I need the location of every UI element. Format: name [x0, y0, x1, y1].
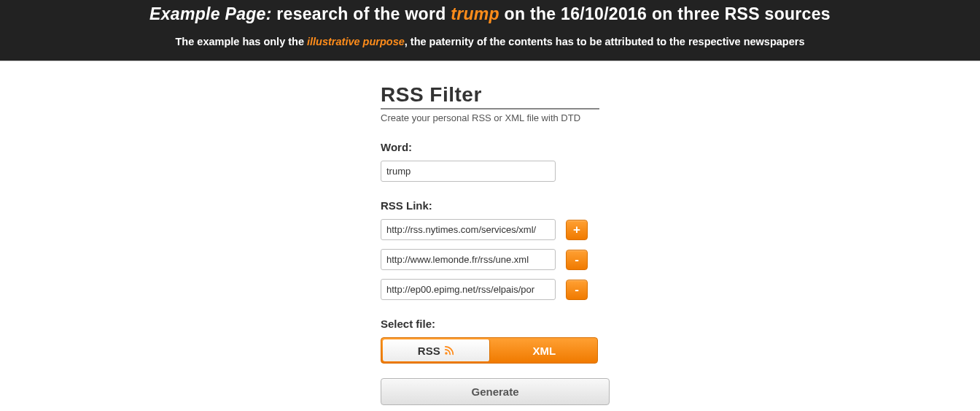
- banner-prefix: Example Page:: [149, 4, 272, 23]
- select-file-label: Select file:: [381, 318, 599, 330]
- example-banner: Example Page: research of the word trump…: [0, 0, 980, 61]
- rss-link-label: RSS Link:: [381, 199, 599, 212]
- center-wrap: RSS Filter Create your personal RSS or X…: [0, 61, 980, 405]
- rss-link-row: -: [381, 249, 599, 270]
- banner-subtitle: The example has only the illustrative pu…: [15, 36, 965, 47]
- banner-highlight: trump: [451, 4, 499, 23]
- word-label: Word:: [381, 141, 599, 153]
- banner-sub-pre: The example has only the: [176, 36, 308, 47]
- rss-link-row: -: [381, 279, 599, 300]
- banner-mid1: research of the word: [272, 4, 451, 23]
- banner-sub-post: , the paternity of the contents has to b…: [405, 36, 805, 47]
- banner-mid2: on the 16/10/2016 on three RSS sources: [499, 4, 831, 23]
- svg-point-0: [445, 352, 448, 355]
- rss-link-row: +: [381, 219, 599, 240]
- tab-rss[interactable]: RSS: [383, 339, 490, 361]
- rss-link-input-1[interactable]: [381, 219, 556, 240]
- page-subtitle: Create your personal RSS or XML file wit…: [381, 112, 599, 123]
- tab-xml[interactable]: XML: [491, 338, 598, 363]
- rss-link-input-3[interactable]: [381, 279, 556, 300]
- add-link-button[interactable]: +: [566, 220, 588, 240]
- page-title: RSS Filter: [381, 83, 599, 110]
- tab-xml-label: XML: [532, 345, 556, 357]
- rss-link-input-2[interactable]: [381, 249, 556, 270]
- remove-link-button[interactable]: -: [566, 250, 588, 270]
- generate-button[interactable]: Generate: [381, 378, 610, 405]
- banner-title: Example Page: research of the word trump…: [15, 4, 965, 24]
- remove-link-button[interactable]: -: [566, 280, 588, 300]
- file-type-tabs: RSS XML: [381, 337, 598, 364]
- rss-icon: [444, 345, 454, 356]
- word-input[interactable]: [381, 161, 556, 182]
- rss-filter-form: RSS Filter Create your personal RSS or X…: [381, 83, 599, 405]
- banner-sub-highlight: illustrative purpose: [307, 36, 405, 47]
- tab-rss-label: RSS: [418, 345, 440, 357]
